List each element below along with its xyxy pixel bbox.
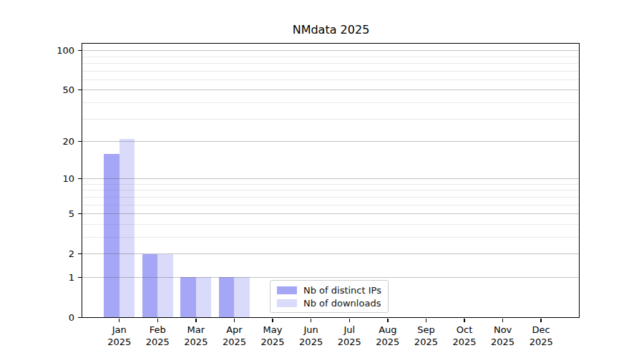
- y-tick-mark: [78, 178, 82, 179]
- gridline-major: [82, 253, 580, 254]
- legend-swatch-distinct-ips: [277, 286, 297, 294]
- bar-downloads: [234, 277, 249, 317]
- gridline-minor: [82, 197, 580, 198]
- legend-entry-distinct-ips: Nb of distinct IPs: [277, 285, 388, 296]
- y-tick-label: 10: [43, 174, 74, 183]
- y-tick-label: 100: [43, 46, 74, 55]
- gridline-minor: [82, 79, 580, 80]
- chart-title: NMdata 2025: [82, 23, 580, 37]
- y-tick-label: 0: [43, 313, 74, 322]
- y-tick-label: 50: [43, 85, 74, 95]
- y-tick-label: 20: [43, 137, 74, 146]
- gridline-minor: [82, 237, 580, 238]
- y-tick-mark: [78, 277, 82, 278]
- bar-distinct-ips: [219, 277, 234, 317]
- gridline-minor: [82, 63, 580, 64]
- figure: NMdata 2025 0125102050100Jan2025Feb2025M…: [0, 0, 644, 358]
- bar-distinct-ips: [180, 277, 195, 317]
- y-tick-mark: [78, 213, 82, 214]
- x-tick-mark: [195, 319, 196, 322]
- bar-downloads: [157, 254, 172, 318]
- y-tick-label: 2: [43, 249, 74, 258]
- legend-label-distinct-ips: Nb of distinct IPs: [303, 285, 381, 296]
- y-tick-label: 5: [43, 209, 74, 218]
- bar-downloads: [196, 277, 211, 317]
- x-tick-mark: [349, 319, 350, 322]
- x-tick-mark: [464, 319, 464, 322]
- legend-entry-downloads: Nb of downloads: [277, 298, 388, 309]
- y-tick-label: 1: [43, 273, 74, 282]
- gridline-minor: [82, 205, 580, 205]
- gridline-major: [82, 50, 580, 51]
- gridline-major: [82, 213, 580, 214]
- y-tick-mark: [78, 141, 82, 142]
- x-tick-mark: [540, 319, 541, 322]
- x-tick-mark: [387, 319, 388, 322]
- x-tick-mark: [502, 319, 503, 322]
- y-tick-mark: [78, 253, 82, 254]
- legend: Nb of distinct IPs Nb of downloads: [270, 280, 389, 313]
- gridline-major: [82, 90, 580, 90]
- x-tick-mark: [234, 319, 235, 322]
- bar-downloads: [119, 139, 135, 318]
- legend-label-downloads: Nb of downloads: [303, 298, 381, 309]
- x-tick-mark: [426, 319, 426, 322]
- x-tick-mark: [119, 319, 119, 322]
- gridline-minor: [82, 224, 580, 225]
- gridline-major: [82, 178, 580, 179]
- gridline-major: [82, 277, 580, 278]
- gridline-minor: [82, 102, 580, 103]
- x-tick-mark: [311, 319, 311, 322]
- x-tick-month: Dec: [518, 324, 564, 336]
- x-tick-mark: [272, 319, 273, 322]
- x-tick-mark: [157, 319, 158, 322]
- gridline-major: [82, 141, 580, 142]
- gridline-minor: [82, 71, 580, 72]
- legend-swatch-downloads: [277, 299, 297, 307]
- y-tick-mark: [78, 50, 82, 51]
- gridline-minor: [82, 119, 580, 120]
- y-tick-mark: [78, 90, 82, 90]
- y-tick-mark: [78, 317, 82, 318]
- x-tick-label: Dec2025: [518, 324, 564, 348]
- gridline-minor: [82, 184, 580, 185]
- bar-distinct-ips: [142, 254, 157, 318]
- gridline-minor: [82, 190, 580, 190]
- gridline-minor: [82, 57, 580, 57]
- x-tick-year: 2025: [518, 336, 564, 348]
